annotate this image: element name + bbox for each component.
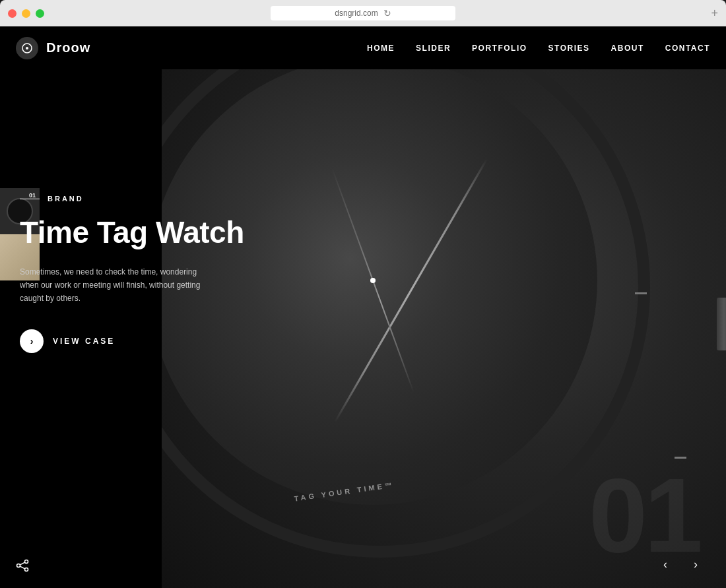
background-number: 01 (589, 463, 700, 568)
nav-stories[interactable]: STORIES (548, 44, 590, 53)
next-arrow-button[interactable]: › (685, 554, 706, 575)
logo-area: Droow (16, 37, 90, 59)
hero-section: 01 (0, 69, 726, 588)
refresh-icon[interactable]: ↻ (383, 8, 391, 18)
svg-line-6 (20, 566, 24, 569)
site-container: Droow HOME SLIDER PORTFOLIO STORIES ABOU… (0, 26, 726, 588)
nav-home[interactable]: HOME (367, 44, 395, 53)
site-header: Droow HOME SLIDER PORTFOLIO STORIES ABOU… (0, 26, 726, 69)
new-tab-button[interactable]: + (711, 7, 718, 20)
logo-icon (16, 37, 38, 59)
brand-line-divider (20, 199, 40, 199)
nav-menu: HOME SLIDER PORTFOLIO STORIES ABOUT CONT… (367, 44, 710, 53)
prev-arrow-button[interactable]: ‹ (655, 554, 676, 575)
nav-portfolio[interactable]: PORTFOLIO (472, 44, 527, 53)
maximize-button[interactable] (36, 9, 44, 18)
hero-content: BRAND Time Tag Watch Sometimes, we need … (20, 195, 257, 353)
nav-slider[interactable]: SLIDER (416, 44, 451, 53)
brand-text: BRAND (48, 195, 84, 203)
svg-point-3 (17, 564, 20, 568)
cta-label: VIEW CASE (53, 337, 115, 346)
hero-description: Sometimes, we need to check the time, wo… (20, 265, 205, 306)
close-button[interactable] (8, 9, 16, 18)
watch-crown (717, 298, 726, 350)
traffic-lights (8, 9, 44, 18)
address-bar[interactable]: dsngrid.com ↻ (271, 6, 455, 20)
minimize-button[interactable] (22, 9, 30, 18)
brand-label: BRAND (20, 195, 257, 203)
window-chrome: dsngrid.com ↻ + (0, 0, 726, 26)
svg-point-2 (25, 560, 28, 564)
hero-title: Time Tag Watch (20, 216, 257, 249)
url-text: dsngrid.com (335, 9, 378, 18)
nav-about[interactable]: ABOUT (611, 44, 644, 53)
nav-contact[interactable]: CONTACT (665, 44, 710, 53)
logo-text[interactable]: Droow (46, 40, 90, 55)
view-case-button[interactable]: › VIEW CASE (20, 329, 257, 353)
nav-arrows: ‹ › (655, 554, 706, 575)
svg-point-1 (26, 47, 28, 49)
logo-circle-icon (21, 42, 33, 54)
share-icon[interactable] (16, 559, 29, 575)
cta-arrow-icon: › (30, 336, 34, 346)
watch-marker-1 (635, 292, 647, 294)
svg-line-5 (20, 562, 24, 565)
svg-point-4 (25, 568, 28, 572)
sidebar-bottom (0, 546, 162, 588)
watch-center-dot (370, 278, 376, 283)
cta-circle-icon: › (20, 329, 44, 353)
